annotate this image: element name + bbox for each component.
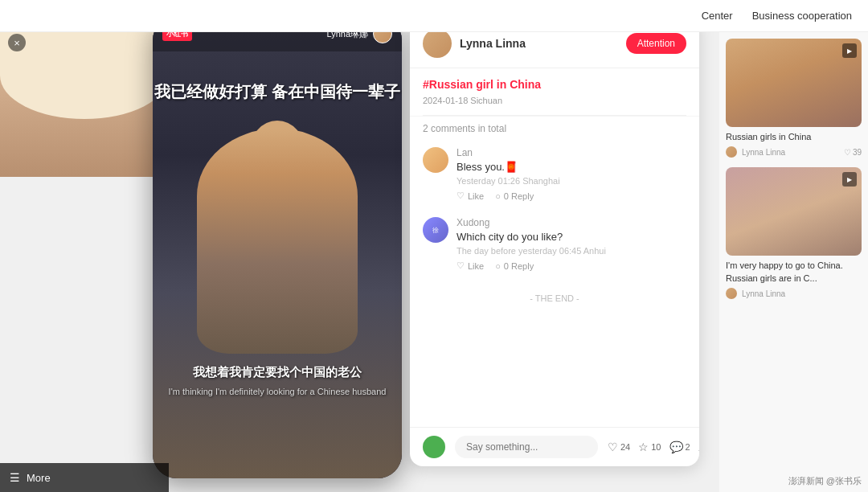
- nav-center[interactable]: Center: [702, 10, 733, 22]
- like-count: 24: [620, 442, 630, 452]
- watermark-text: 澎湃新闻: [788, 476, 824, 486]
- phone-cn-text: 我想着我肯定要找个中国的老公: [153, 363, 402, 382]
- post-hashtag[interactable]: #Russian girl in China: [423, 78, 686, 91]
- poster-avatar: [423, 29, 452, 58]
- share-action[interactable]: ⤴: [698, 441, 699, 453]
- lan-reply-count: 0 Reply: [504, 191, 534, 201]
- attention-button[interactable]: Attention: [626, 33, 686, 54]
- nav-business[interactable]: Business cooperation: [752, 10, 852, 22]
- star-count: 10: [651, 442, 661, 452]
- top-nav: Center Business cooperation: [0, 0, 868, 32]
- phone-text-top: 我已经做好打算 备在中国待一辈子: [153, 80, 402, 103]
- comment-input[interactable]: [455, 436, 598, 458]
- xudong-like-button[interactable]: ♡ Like: [457, 260, 484, 271]
- thumb-author-avatar-1: [726, 146, 737, 158]
- small-video-preview: [0, 32, 169, 177]
- person-body: [197, 129, 358, 354]
- play-icon-1: ▶: [842, 43, 857, 58]
- phone-mockup: 小红书 Lynna琳娜 我已经做好打算 备在中国待一辈子 我想着我肯定要找个中国…: [153, 16, 402, 478]
- lan-like-button[interactable]: ♡ Like: [457, 191, 484, 201]
- thumb-meta-2: Lynna Linna: [726, 288, 862, 299]
- lan-meta: Yesterday 01:26 Shanghai: [457, 176, 686, 186]
- xudong-reply-button[interactable]: ○ 0 Reply: [495, 260, 534, 271]
- right-sidebar: ▶ Russian girls in China Lynna Linna ♡ 3…: [719, 32, 868, 492]
- phone-inner: 小红书 Lynna琳娜 我已经做好打算 备在中国待一辈子 我想着我肯定要找个中国…: [153, 16, 402, 478]
- star-icon: ☆: [638, 441, 649, 453]
- lan-like-label: Like: [468, 191, 484, 201]
- lan-avatar: [423, 147, 448, 173]
- lan-text: Bless you.🧧: [457, 161, 686, 173]
- thumb-author-2: Lynna Linna: [742, 289, 862, 298]
- comment-count: 2: [686, 442, 690, 452]
- thumb-author-avatar-2: [726, 288, 737, 299]
- thumb-meta-1: Lynna Linna ♡ 39: [726, 146, 862, 158]
- more-label[interactable]: More: [27, 472, 51, 484]
- like-action[interactable]: ♡ 24: [608, 441, 630, 453]
- lan-actions: ♡ Like ○ 0 Reply: [457, 191, 686, 201]
- comment-input-bar: ♡ 24 ☆ 10 💬 2 ⤴: [410, 427, 699, 466]
- thumb-image-2: ▶: [726, 167, 862, 256]
- heart-icon-small-1: ♡: [844, 148, 851, 157]
- comment-item-xudong: 徐 Xudong Which city do you like? The day…: [423, 217, 686, 271]
- xudong-avatar-text: 徐: [432, 226, 439, 235]
- xudong-actions: ♡ Like ○ 0 Reply: [457, 260, 686, 271]
- hamburger-icon[interactable]: ☰: [10, 471, 20, 484]
- bottom-bar: ☰ More: [0, 463, 169, 492]
- phone-en-text: I'm thinking I'm definitely looking for …: [153, 385, 402, 399]
- comment-icon: 💬: [669, 441, 683, 453]
- xudong-comment-body: Xudong Which city do you like? The day b…: [457, 217, 686, 271]
- poster-username: Lynna Linna: [460, 37, 626, 50]
- play-icon-2: ▶: [842, 172, 857, 187]
- lan-username: Lan: [457, 147, 686, 158]
- xudong-avatar: 徐: [423, 217, 448, 243]
- xudong-like-label: Like: [468, 261, 484, 271]
- close-button[interactable]: ×: [8, 34, 26, 51]
- post-info: #Russian girl in China 2024-01-18 Sichua…: [410, 68, 699, 115]
- xudong-meta: The day before yesterday 06:45 Anhui: [457, 246, 686, 256]
- comments-list: Lan Bless you.🧧 Yesterday 01:26 Shanghai…: [410, 141, 699, 427]
- thumb-title-2: I'm very happy to go to China. Russian g…: [726, 260, 862, 285]
- phone-text-bottom: 我想着我肯定要找个中国的老公 I'm thinking I'm definite…: [153, 363, 402, 398]
- preview-person-bg: [0, 32, 169, 177]
- my-avatar: [423, 436, 445, 458]
- xudong-like-icon: ♡: [457, 260, 465, 271]
- comment-action[interactable]: 💬 2: [669, 441, 690, 453]
- like-icon: ♡: [457, 191, 465, 201]
- post-date-location: 2024-01-18 Sichuan: [423, 96, 686, 105]
- like-count-1: 39: [853, 148, 862, 157]
- star-action[interactable]: ☆ 10: [638, 441, 661, 453]
- close-icon: ×: [14, 37, 20, 49]
- thumb-author-1: Lynna Linna: [742, 148, 839, 157]
- thumb-likes-1: ♡ 39: [844, 148, 862, 157]
- thumb-image-1: ▶: [726, 39, 862, 127]
- lan-comment-body: Lan Bless you.🧧 Yesterday 01:26 Shanghai…: [457, 147, 686, 201]
- share-icon: ⤴: [698, 441, 699, 453]
- xudong-text: Which city do you like?: [457, 231, 686, 243]
- thumb-card-2[interactable]: ▶ I'm very happy to go to China. Russian…: [726, 167, 862, 299]
- xudong-reply-icon: ○: [495, 261, 501, 271]
- lan-reply-button[interactable]: ○ 0 Reply: [495, 191, 534, 201]
- thumb-title-1: Russian girls in China: [726, 131, 862, 143]
- thumb-card-1[interactable]: ▶ Russian girls in China Lynna Linna ♡ 3…: [726, 39, 862, 158]
- comment-item-lan: Lan Bless you.🧧 Yesterday 01:26 Shanghai…: [423, 147, 686, 201]
- xudong-reply-count: 0 Reply: [504, 261, 534, 271]
- comments-count: 2 comments in total: [410, 116, 699, 141]
- input-actions: ♡ 24 ☆ 10 💬 2 ⤴: [608, 441, 699, 453]
- comment-panel: Lynna Linna Attention #Russian girl in C…: [410, 16, 699, 466]
- watermark: 澎湃新闻 @张书乐: [788, 475, 862, 487]
- end-marker: - THE END -: [423, 287, 686, 316]
- watermark-author: @张书乐: [826, 476, 862, 486]
- xudong-username: Xudong: [457, 217, 686, 228]
- heart-icon: ♡: [608, 441, 618, 453]
- reply-icon: ○: [495, 191, 501, 201]
